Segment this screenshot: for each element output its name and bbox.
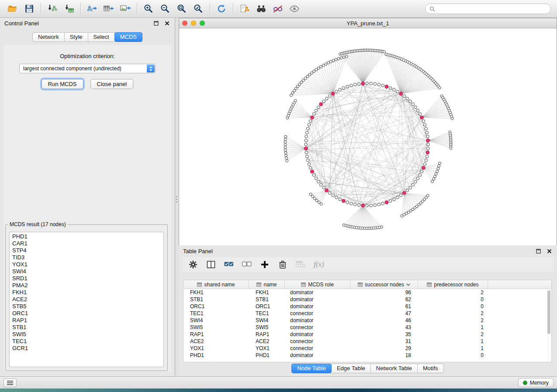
network-dominator-node[interactable] xyxy=(325,189,329,192)
network-node[interactable] xyxy=(284,146,287,149)
network-node[interactable] xyxy=(308,163,311,166)
network-node[interactable] xyxy=(414,106,417,109)
open-folder-button[interactable] xyxy=(4,2,21,16)
tab-motifs[interactable]: Motifs xyxy=(418,364,444,373)
network-node[interactable] xyxy=(285,157,288,159)
network-node[interactable] xyxy=(285,154,287,157)
network-node[interactable] xyxy=(450,147,452,149)
network-node[interactable] xyxy=(423,163,426,166)
network-node[interactable] xyxy=(284,135,287,138)
network-node[interactable] xyxy=(426,155,429,158)
network-node[interactable] xyxy=(349,202,353,205)
mcds-result-item[interactable]: SWI4 xyxy=(10,268,163,275)
network-node[interactable] xyxy=(284,144,287,146)
network-dominator-node[interactable] xyxy=(304,147,308,150)
network-node[interactable] xyxy=(318,201,320,203)
network-node[interactable] xyxy=(319,183,322,186)
network-node[interactable] xyxy=(412,183,415,186)
network-node[interactable] xyxy=(381,84,384,87)
save-button[interactable] xyxy=(21,2,38,16)
network-node[interactable] xyxy=(284,138,287,141)
split-panel-button[interactable] xyxy=(205,259,217,270)
network-node[interactable] xyxy=(406,97,409,100)
network-node[interactable] xyxy=(353,83,356,86)
network-node[interactable] xyxy=(309,193,312,196)
run-mcds-button[interactable]: Run MCDS xyxy=(42,79,83,89)
network-dominator-node[interactable] xyxy=(331,92,335,96)
table-settings-button[interactable] xyxy=(187,259,199,270)
network-node[interactable] xyxy=(342,86,345,89)
table-row[interactable]: SWI4SWI4dominator462 xyxy=(183,317,551,324)
table-row[interactable]: FKH1FKH1dominator962 xyxy=(183,289,551,296)
table-row[interactable]: ORC1ORC1dominator610 xyxy=(183,303,551,310)
network-node[interactable] xyxy=(383,51,385,53)
network-node[interactable] xyxy=(426,147,429,150)
network-node[interactable] xyxy=(419,113,422,116)
network-node[interactable] xyxy=(305,135,308,138)
network-dominator-node[interactable] xyxy=(426,151,429,154)
binoculars-button[interactable] xyxy=(253,2,270,16)
export-network-button[interactable] xyxy=(84,2,100,16)
network-node[interactable] xyxy=(317,67,320,69)
network-node[interactable] xyxy=(357,83,360,86)
delete-entry-button[interactable] xyxy=(277,259,288,270)
network-node[interactable] xyxy=(389,199,392,203)
network-node[interactable] xyxy=(284,149,287,151)
network-node[interactable] xyxy=(343,224,345,227)
zoom-selected-button[interactable] xyxy=(190,2,207,16)
network-dominator-node[interactable] xyxy=(311,116,314,119)
network-node[interactable] xyxy=(304,143,308,146)
network-dominator-node[interactable] xyxy=(361,204,365,207)
network-node[interactable] xyxy=(451,117,453,120)
import-table-button[interactable] xyxy=(61,2,77,16)
network-node[interactable] xyxy=(315,199,318,202)
network-dominator-node[interactable] xyxy=(342,199,346,203)
mcds-result-item[interactable]: STB5 xyxy=(10,303,163,310)
network-node[interactable] xyxy=(308,124,311,127)
network-window-titlebar[interactable]: YPA_prune.txt_1 xyxy=(179,18,557,28)
add-entry-button[interactable] xyxy=(259,259,270,270)
network-node[interactable] xyxy=(329,60,332,63)
window-minimize-button[interactable] xyxy=(191,21,196,26)
network-node[interactable] xyxy=(399,194,402,197)
network-node[interactable] xyxy=(305,151,308,154)
network-node[interactable] xyxy=(416,109,419,112)
network-node[interactable] xyxy=(320,65,322,68)
network-dominator-node[interactable] xyxy=(426,139,430,142)
network-node[interactable] xyxy=(294,100,297,102)
mcds-result-item[interactable]: STB1 xyxy=(10,324,163,331)
table-float-panel-button[interactable] xyxy=(535,248,542,254)
network-dominator-node[interactable] xyxy=(311,170,314,173)
mcds-result-item[interactable]: ACE2 xyxy=(10,296,163,303)
close-panel-action-button[interactable]: Close panel xyxy=(90,79,134,89)
network-node[interactable] xyxy=(435,172,437,175)
network-node[interactable] xyxy=(312,174,315,177)
network-node[interactable] xyxy=(335,90,338,93)
refresh-button[interactable] xyxy=(213,2,230,16)
show-details-button[interactable] xyxy=(286,2,303,16)
network-node[interactable] xyxy=(335,196,338,199)
network-node[interactable] xyxy=(317,180,320,183)
network-node[interactable] xyxy=(426,135,429,138)
export-image-button[interactable] xyxy=(117,2,134,16)
export-table-button[interactable] xyxy=(100,2,117,16)
network-node[interactable] xyxy=(374,83,377,86)
deselect-all-button[interactable] xyxy=(241,259,253,270)
network-node[interactable] xyxy=(406,189,409,192)
network-node[interactable] xyxy=(311,195,314,198)
network-node[interactable] xyxy=(284,141,287,143)
table-scrollbar[interactable] xyxy=(547,289,551,361)
network-node[interactable] xyxy=(349,84,353,87)
column-header-successor-nodes[interactable]: successor nodes xyxy=(350,280,418,289)
network-node[interactable] xyxy=(439,162,441,165)
tab-select[interactable]: Select xyxy=(88,32,115,42)
mcds-result-item[interactable]: ORC1 xyxy=(10,310,163,317)
network-dominator-node[interactable] xyxy=(361,82,365,85)
network-node[interactable] xyxy=(286,159,288,162)
mcds-result-item[interactable]: YOX1 xyxy=(10,261,163,268)
network-node[interactable] xyxy=(309,120,312,123)
network-node[interactable] xyxy=(426,131,429,134)
network-canvas[interactable] xyxy=(179,28,557,245)
network-node[interactable] xyxy=(357,204,360,207)
network-node[interactable] xyxy=(328,95,331,98)
